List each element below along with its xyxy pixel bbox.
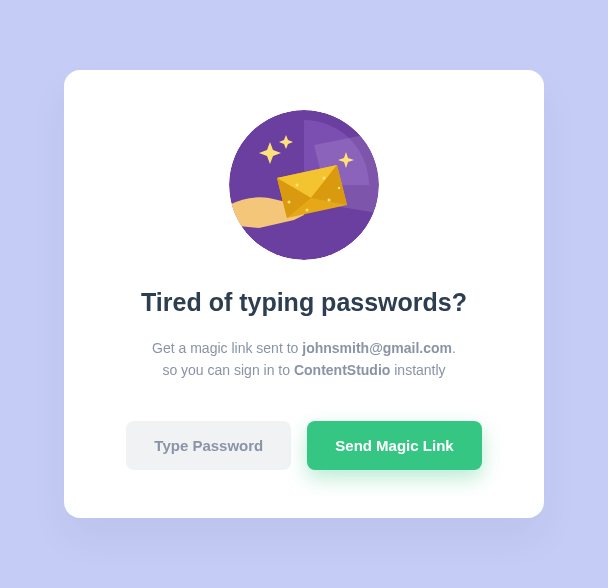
subtitle: Get a magic link sent to johnsmith@gmail… — [152, 337, 456, 382]
svg-point-3 — [239, 204, 275, 222]
magic-link-card: Tired of typing passwords? Get a magic l… — [64, 70, 544, 519]
svg-point-10 — [288, 200, 291, 203]
button-row: Type Password Send Magic Link — [104, 421, 504, 470]
subtitle-after-email: . — [452, 340, 456, 356]
heading: Tired of typing passwords? — [141, 288, 467, 317]
svg-point-8 — [296, 183, 299, 186]
subtitle-line2-suffix: instantly — [390, 362, 445, 378]
envelope-illustration — [229, 110, 379, 260]
svg-point-12 — [306, 208, 309, 211]
type-password-button[interactable]: Type Password — [126, 421, 291, 470]
subtitle-prefix: Get a magic link sent to — [152, 340, 302, 356]
subtitle-brand: ContentStudio — [294, 362, 390, 378]
subtitle-line2-prefix: so you can sign in to — [162, 362, 294, 378]
svg-point-9 — [323, 176, 326, 179]
svg-point-11 — [328, 198, 331, 201]
subtitle-email: johnsmith@gmail.com — [302, 340, 452, 356]
svg-point-13 — [338, 186, 340, 188]
send-magic-link-button[interactable]: Send Magic Link — [307, 421, 481, 470]
